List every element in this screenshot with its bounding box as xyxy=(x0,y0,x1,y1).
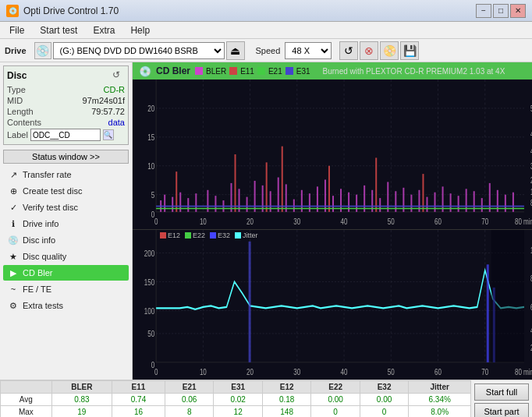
svg-rect-79 xyxy=(505,195,506,212)
close-button[interactable]: ✕ xyxy=(510,4,526,18)
sidebar-item-verify-test-disc[interactable]: ✓ Verify test disc xyxy=(3,200,129,215)
main-area: Disc ↺ Type CD-R MID 97m24s01f Length 79… xyxy=(0,62,532,380)
legend-bler-dot xyxy=(195,67,203,75)
stats-avg-e32: 0.00 xyxy=(360,394,408,406)
label-search-button[interactable]: 🔍 xyxy=(103,129,114,140)
mid-value: 97m24s01f xyxy=(83,96,125,105)
minimize-button[interactable]: − xyxy=(476,4,491,18)
sidebar-item-create-test-disc-label: Create test disc xyxy=(23,186,82,196)
stats-row-max: Max 19 16 8 12 148 0 0 8.0% xyxy=(1,406,471,418)
verify-test-disc-icon: ✓ xyxy=(8,202,19,213)
legend-e31-label: E31 xyxy=(296,67,310,76)
drive-info-icon: ℹ xyxy=(8,218,19,229)
svg-rect-50 xyxy=(278,178,279,212)
burned-text: Burned with PLEXTOR CD-R PREMIUM2 1.03 a… xyxy=(323,67,505,76)
sidebar-item-extra-tests-label: Extra tests xyxy=(23,301,63,310)
speed-select[interactable]: 48 X xyxy=(285,42,332,59)
stats-avg-e12: 0.18 xyxy=(262,394,310,406)
legend-e31-dot xyxy=(286,67,293,75)
type-label: Type xyxy=(7,85,26,94)
stats-max-e11: 16 xyxy=(112,406,165,418)
svg-text:150: 150 xyxy=(144,277,155,287)
legend-bler-label: BLER xyxy=(206,67,226,76)
svg-text:40: 40 xyxy=(341,217,348,227)
svg-rect-39 xyxy=(187,198,189,212)
svg-rect-57 xyxy=(332,196,334,212)
sidebar-item-transfer-rate[interactable]: ↗ Transfer rate xyxy=(3,167,129,182)
sidebar-item-extra-tests[interactable]: ⚙ Extra tests xyxy=(3,298,129,313)
legend-e11-dot xyxy=(229,67,237,75)
drive-bar: Drive 💿 (G:) BENQ DVD DD DW1640 BSRB ⏏ S… xyxy=(0,39,532,62)
svg-rect-121 xyxy=(249,242,251,362)
svg-text:60: 60 xyxy=(434,367,442,377)
svg-text:60: 60 xyxy=(434,217,442,227)
svg-text:10: 10 xyxy=(147,161,154,171)
start-full-button[interactable]: Start full xyxy=(474,383,529,401)
maximize-button[interactable]: □ xyxy=(493,4,509,18)
stats-max-label: Max xyxy=(1,406,52,418)
svg-rect-42 xyxy=(215,196,216,212)
svg-rect-37 xyxy=(172,197,173,212)
svg-text:70: 70 xyxy=(481,367,488,377)
stats-avg-bler: 0.83 xyxy=(51,394,112,406)
sidebar-item-fe-te[interactable]: ~ FE / TE xyxy=(3,281,129,297)
burn-button[interactable]: 📀 xyxy=(380,41,399,60)
svg-text:0: 0 xyxy=(154,217,158,227)
sidebar-item-create-test-disc[interactable]: ⊕ Create test disc xyxy=(3,183,129,199)
stats-avg-e11: 0.74 xyxy=(112,394,165,406)
menu-start-test[interactable]: Start test xyxy=(34,23,83,37)
menu-extra[interactable]: Extra xyxy=(87,23,121,37)
cd-bler-icon: ▶ xyxy=(8,267,19,278)
menu-file[interactable]: File xyxy=(3,23,30,37)
sidebar-item-cd-bler-label: CD Bler xyxy=(23,268,53,277)
legend-e21-label: E21 xyxy=(268,67,282,76)
speed-label: Speed xyxy=(256,46,281,55)
col-header-empty xyxy=(1,381,52,394)
drive-icon: 💿 xyxy=(34,42,51,59)
sidebar-item-disc-quality[interactable]: ★ Disc quality xyxy=(3,249,129,264)
svg-rect-63 xyxy=(379,198,381,212)
status-window-button[interactable]: Status window >> xyxy=(3,150,129,164)
start-part-button[interactable]: Start part xyxy=(474,403,529,417)
svg-rect-64 xyxy=(387,182,388,211)
save-button[interactable]: 💾 xyxy=(400,41,419,60)
svg-text:70: 70 xyxy=(481,217,488,227)
col-header-e32: E32 xyxy=(360,381,408,394)
legend-e21-dot xyxy=(257,67,265,75)
svg-rect-36 xyxy=(164,195,165,212)
stats-max-e32: 0 xyxy=(360,406,408,418)
mid-label: MID xyxy=(7,96,23,105)
svg-rect-67 xyxy=(410,195,412,212)
col-header-e22: E22 xyxy=(311,381,360,394)
svg-rect-122 xyxy=(487,264,489,362)
svg-text:30: 30 xyxy=(293,367,300,377)
sidebar-item-disc-info[interactable]: 💿 Disc info xyxy=(3,232,129,248)
svg-rect-76 xyxy=(481,198,483,212)
svg-text:40: 40 xyxy=(341,367,348,377)
chart-top: 0 5 10 15 20 0 10 20 30 40 50 60 70 80 m… xyxy=(133,80,532,230)
sidebar-item-verify-test-disc-label: Verify test disc xyxy=(23,203,78,212)
disc-quality-icon: ★ xyxy=(8,251,19,262)
refresh-drive-button[interactable]: ↺ xyxy=(339,41,358,60)
svg-text:50: 50 xyxy=(388,367,395,377)
menu-help[interactable]: Help xyxy=(124,23,156,37)
sidebar-item-drive-info[interactable]: ℹ Drive info xyxy=(3,216,129,231)
erase-button[interactable]: ⊗ xyxy=(360,41,378,60)
bler-title: CD Bler xyxy=(156,65,190,76)
col-header-e31: E31 xyxy=(214,381,262,394)
stats-table: BLER E11 E21 E31 E12 E22 E32 Jitter Avg … xyxy=(0,380,471,417)
disc-info-icon: 💿 xyxy=(8,235,19,246)
disc-refresh-button[interactable]: ↺ xyxy=(112,69,125,82)
chart-area: 💿 CD Bler BLER E11 E21 E31 Burned with P… xyxy=(133,62,532,380)
legend-e11-label: E11 xyxy=(240,67,254,76)
label-input[interactable] xyxy=(30,129,101,141)
eject-button[interactable]: ⏏ xyxy=(226,41,245,60)
legend-jitter-label: Jitter xyxy=(243,231,258,239)
legend-e22-label: E22 xyxy=(193,231,205,239)
svg-text:30: 30 xyxy=(293,217,300,227)
sidebar: Disc ↺ Type CD-R MID 97m24s01f Length 79… xyxy=(0,62,133,380)
svg-text:80 min: 80 min xyxy=(515,217,532,227)
drive-select[interactable]: (G:) BENQ DVD DD DW1640 BSRB xyxy=(53,42,225,59)
svg-text:50: 50 xyxy=(147,329,154,339)
sidebar-item-cd-bler[interactable]: ▶ CD Bler xyxy=(3,265,129,281)
